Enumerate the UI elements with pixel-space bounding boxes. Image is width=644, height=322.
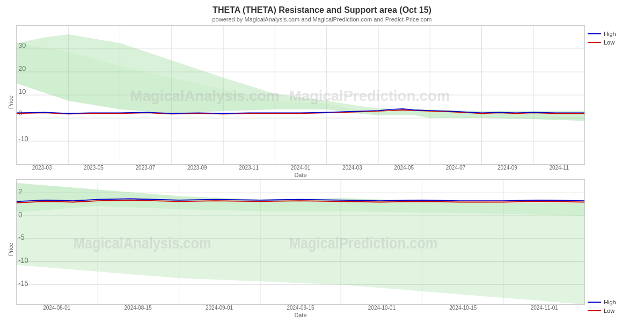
top-x-tick-6: 2024-03 [326,165,378,171]
bottom-y-axis-label: Price [5,179,16,319]
top-x-tick-5: 2024-01 [275,165,326,171]
bottom-x-tick-5: 2024-10-15 [422,305,503,311]
top-chart-svg: 30 20 10 0 -10 [17,26,584,164]
bottom-legend-high: High [588,299,616,305]
bottom-x-tick-2: 2024-09-01 [179,305,260,311]
bottom-low-line-icon [588,310,601,311]
svg-text:MagicalAnalysis.com: MagicalAnalysis.com [74,234,211,252]
top-x-tick-10: 2024-11 [533,165,585,171]
top-legend: High Low [585,25,639,179]
bottom-x-axis-label: Date [16,311,585,319]
top-low-line-icon [588,42,601,43]
top-y-axis-label: Price [5,25,16,179]
bottom-chart-svg: 2 0 -5 -10 -15 Mag [17,180,584,304]
bottom-chart-wrapper: Price [5,179,639,319]
svg-text:-10: -10 [18,135,28,143]
bottom-x-tick-4: 2024-10-01 [341,305,422,311]
bottom-legend: High Low [585,179,639,319]
svg-text:MagicalPrediction.com: MagicalPrediction.com [289,234,437,252]
top-x-tick-7: 2024-05 [378,165,430,171]
bottom-legend-low: Low [588,308,614,314]
subtitle: powered by MagicalAnalysis.com and Magic… [5,16,639,23]
top-high-label: High [604,31,616,37]
charts-container: Price [5,25,639,319]
bottom-x-tick-0: 2024-08-01 [16,305,97,311]
top-x-tick-9: 2024-09 [481,165,533,171]
bottom-low-label: Low [604,308,614,314]
svg-text:10: 10 [18,87,26,96]
bottom-high-label: High [604,299,616,305]
bottom-high-line-icon [588,302,601,303]
top-low-label: Low [604,39,614,46]
bottom-x-tick-1: 2024-08-15 [97,305,178,311]
bottom-x-tick-6: 2024-11-01 [504,305,585,311]
top-chart-wrapper: Price [5,25,639,179]
bottom-x-tick-3: 2024-09-15 [260,305,341,311]
main-title: THETA (THETA) Resistance and Support are… [5,5,639,15]
top-x-tick-8: 2024-07 [430,165,481,171]
svg-text:MagicalPrediction.com: MagicalPrediction.com [289,87,450,104]
svg-text:MagicalAnalysis.com: MagicalAnalysis.com [130,87,280,104]
bottom-chart-area: 2 0 -5 -10 -15 Mag [16,179,585,305]
top-x-tick-2: 2023-07 [120,165,171,171]
top-legend-high: High [588,31,616,37]
svg-marker-45 [17,206,584,304]
top-x-tick-0: 2023-03 [16,165,68,171]
top-x-axis-label: Date [16,171,585,179]
page-container: THETA (THETA) Resistance and Support are… [0,0,644,322]
top-x-tick-3: 2023-09 [171,165,223,171]
top-legend-low: Low [588,39,614,46]
svg-text:-15: -15 [18,279,28,288]
top-chart-area: 30 20 10 0 -10 [16,25,585,165]
top-high-line-icon [588,33,601,34]
top-x-tick-4: 2023-11 [223,165,274,171]
top-x-tick-1: 2023-05 [68,165,119,171]
